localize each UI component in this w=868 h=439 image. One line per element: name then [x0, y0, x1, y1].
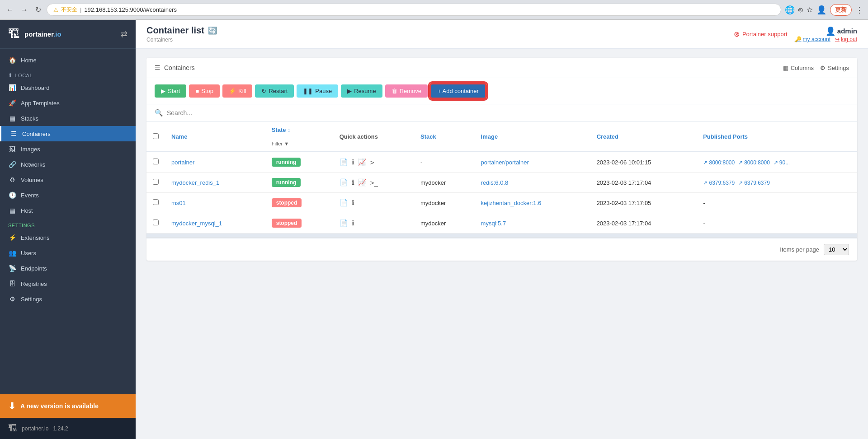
ports-column-header[interactable]: Published Ports [697, 122, 857, 152]
bookmark-icon[interactable]: ☆ [807, 5, 813, 14]
console-icon[interactable]: >_ [370, 179, 378, 187]
settings-button[interactable]: ⚙ Settings [820, 65, 849, 71]
stop-icon: ■ [195, 88, 199, 94]
status-badge: running [272, 158, 301, 167]
sidebar-item-app-templates[interactable]: 🚀 App Templates [0, 95, 136, 111]
image-link[interactable]: portainer/portainer [481, 159, 529, 166]
row-checkbox-2[interactable] [153, 199, 159, 205]
row-checkbox-0[interactable] [153, 159, 159, 164]
port-link[interactable]: ↗ 8000:8000 [703, 159, 735, 166]
host-icon: ▦ [8, 207, 16, 214]
inspect-icon[interactable]: ℹ [352, 199, 354, 207]
page-subtitle: Containers [146, 37, 217, 43]
per-page-select[interactable]: 10 25 50 100 [824, 244, 849, 255]
menu-dots[interactable]: ⋮ [855, 5, 863, 15]
container-name-link[interactable]: mydocker_redis_1 [171, 179, 219, 186]
select-all-checkbox[interactable] [153, 133, 159, 139]
sidebar-scrollbar: 🏠 Home ⬆ LOCAL 📊 Dashboard 🚀 App Templat… [0, 49, 136, 394]
port-link[interactable]: ↗ 90... [774, 159, 790, 166]
restart-button[interactable]: ↻ Restart [255, 84, 294, 98]
status-badge: stopped [272, 198, 302, 207]
container-name-link[interactable]: ms01 [171, 200, 186, 206]
translate-icon[interactable]: 🌐 [785, 5, 795, 15]
container-name-link[interactable]: mydocker_mysql_1 [171, 220, 222, 227]
update-button[interactable]: 更新 [830, 4, 852, 16]
refresh-icon[interactable]: 🔄 [208, 26, 217, 35]
images-icon: 🖼 [8, 145, 16, 153]
sidebar-item-registries[interactable]: 🗄 Registries [0, 276, 136, 291]
search-input[interactable] [167, 109, 302, 117]
image-column-header[interactable]: Image [475, 122, 590, 152]
new-version-banner[interactable]: ⬇ A new version is available [0, 394, 136, 418]
sidebar-item-users[interactable]: 👥 Users [0, 245, 136, 261]
sidebar-item-events[interactable]: 🕐 Events [0, 187, 136, 203]
port-link[interactable]: ↗ 8000:8000 [738, 159, 770, 166]
state-column-header[interactable]: State ↕ Filter ▼ [265, 122, 333, 152]
logs-icon[interactable]: 📄 [340, 199, 348, 207]
start-button[interactable]: ▶ Start [155, 84, 186, 98]
horizontal-scrollbar[interactable] [146, 234, 857, 238]
address-bar[interactable]: ⚠ 不安全 | 192.168.153.125:9000/#/container… [47, 4, 781, 16]
kill-button[interactable]: ⚡ Kill [222, 84, 252, 98]
sidebar-item-images[interactable]: 🖼 Images [0, 141, 136, 157]
search-icon: 🔍 [155, 109, 163, 117]
my-account-link[interactable]: 🔑 my account [795, 36, 830, 42]
port-link[interactable]: ↗ 6379:6379 [703, 180, 735, 186]
sidebar-item-networks-label: Networks [21, 161, 45, 168]
sidebar-toggle[interactable]: ⇄ [121, 29, 127, 39]
local-section-label: ⬆ LOCAL [0, 68, 136, 80]
sidebar-item-endpoints[interactable]: 📡 Endpoints [0, 261, 136, 276]
created-column-header[interactable]: Created [590, 122, 697, 152]
sidebar-item-stacks[interactable]: ▦ Stacks [0, 111, 136, 126]
stats-icon[interactable]: 📈 [358, 158, 367, 166]
pause-button[interactable]: ❚❚ Pause [297, 84, 338, 98]
items-per-page-selector[interactable]: 10 25 50 100 [824, 244, 849, 255]
logs-icon[interactable]: 📄 [340, 178, 348, 187]
back-button[interactable]: ← [5, 4, 15, 16]
inspect-icon[interactable]: ℹ [352, 158, 354, 166]
image-link[interactable]: mysql:5.7 [481, 220, 506, 227]
name-column-header[interactable]: Name [165, 122, 265, 152]
sidebar-item-extensions[interactable]: ⚡ Extensions [0, 230, 136, 245]
remove-button[interactable]: 🗑 Remove [385, 84, 428, 98]
sidebar-item-home[interactable]: 🏠 Home [0, 52, 136, 68]
sidebar-item-volumes[interactable]: ♻ Volumes [0, 172, 136, 187]
support-link[interactable]: ⊗ Portainer support [734, 30, 788, 38]
image-link[interactable]: kejizhentan_docker:1.6 [481, 200, 542, 206]
log-out-link[interactable]: ↪ log out [835, 36, 857, 42]
sidebar-item-host[interactable]: ▦ Host [0, 203, 136, 218]
port-link[interactable]: ↗ 6379:6379 [738, 180, 770, 186]
image-link[interactable]: redis:6.0.8 [481, 179, 509, 186]
inspect-icon[interactable]: ℹ [352, 219, 354, 227]
stop-button[interactable]: ■ Stop [189, 84, 220, 98]
dashboard-icon: 📊 [8, 84, 16, 91]
forward-button[interactable]: → [19, 4, 30, 16]
top-bar: Container list 🔄 Containers ⊗ Portainer … [136, 20, 868, 49]
share-icon[interactable]: ⎋ [798, 6, 803, 14]
console-icon[interactable]: >_ [370, 159, 378, 166]
sidebar-item-networks[interactable]: 🔗 Networks [0, 157, 136, 172]
inspect-icon[interactable]: ℹ [352, 178, 354, 187]
sidebar-bottom: 🏗 portainer.io 1.24.2 [0, 418, 136, 439]
support-icon: ⊗ [734, 30, 740, 38]
stack-column-header[interactable]: Stack [414, 122, 475, 152]
container-name-link[interactable]: portainer [171, 159, 194, 166]
created-cell: 2023-02-06 10:01:15 [590, 152, 697, 173]
add-container-button[interactable]: + Add container [430, 84, 486, 98]
row-checkbox-1[interactable] [153, 179, 159, 185]
stats-icon[interactable]: 📈 [358, 178, 367, 187]
columns-button[interactable]: ▦ Columns [783, 65, 814, 71]
logs-icon[interactable]: 📄 [340, 158, 348, 166]
reload-button[interactable]: ↻ [33, 4, 43, 16]
sidebar-item-app-templates-label: App Templates [21, 100, 60, 107]
logs-icon[interactable]: 📄 [340, 219, 348, 227]
sidebar-item-dashboard[interactable]: 📊 Dashboard [0, 80, 136, 95]
logo-text: portainer.io [24, 30, 61, 38]
containers-table: Name State ↕ [146, 122, 857, 234]
row-checkbox-3[interactable] [153, 220, 159, 225]
profile-icon[interactable]: 👤 [816, 5, 826, 15]
created-cell: 2023-02-03 17:17:04 [590, 213, 697, 234]
sidebar-item-settings[interactable]: ⚙ Settings [0, 291, 136, 307]
resume-button[interactable]: ▶ Resume [341, 84, 382, 98]
sidebar-item-containers[interactable]: ☰ Containers [0, 126, 136, 141]
